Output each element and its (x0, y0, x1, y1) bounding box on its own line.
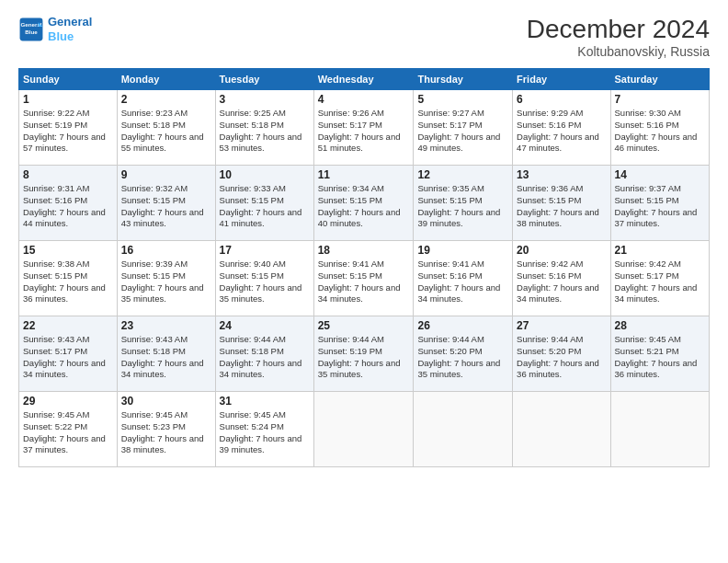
calendar-week-row: 1 Sunrise: 9:22 AM Sunset: 5:19 PM Dayli… (19, 90, 710, 166)
col-friday: Friday (513, 69, 610, 90)
day-number: 19 (417, 244, 508, 257)
header-row: Sunday Monday Tuesday Wednesday Thursday… (19, 69, 710, 90)
day-number: 6 (517, 93, 606, 106)
calendar-table: Sunday Monday Tuesday Wednesday Thursday… (18, 68, 710, 467)
table-row: 16 Sunrise: 9:39 AM Sunset: 5:15 PM Dayl… (117, 241, 215, 316)
day-info: Sunrise: 9:41 AM Sunset: 5:15 PM Dayligh… (318, 259, 410, 305)
calendar-week-row: 29 Sunrise: 9:45 AM Sunset: 5:22 PM Dayl… (19, 392, 710, 467)
day-number: 22 (23, 319, 113, 332)
day-info: Sunrise: 9:44 AM Sunset: 5:18 PM Dayligh… (220, 334, 310, 381)
day-number: 29 (23, 395, 113, 408)
table-row: 2 Sunrise: 9:23 AM Sunset: 5:18 PM Dayli… (117, 90, 215, 166)
day-info: Sunrise: 9:31 AM Sunset: 5:16 PM Dayligh… (23, 183, 113, 230)
day-info: Sunrise: 9:22 AM Sunset: 5:19 PM Dayligh… (23, 108, 113, 155)
day-number: 4 (318, 93, 410, 106)
day-number: 9 (121, 168, 211, 181)
day-number: 7 (615, 93, 705, 106)
table-row: 11 Sunrise: 9:34 AM Sunset: 5:15 PM Dayl… (313, 166, 414, 241)
svg-text:Blue: Blue (25, 28, 38, 34)
logo: General Blue General Blue (18, 15, 92, 43)
col-tuesday: Tuesday (215, 69, 313, 90)
table-row: 23 Sunrise: 9:43 AM Sunset: 5:18 PM Dayl… (117, 316, 215, 392)
table-row: 22 Sunrise: 9:43 AM Sunset: 5:17 PM Dayl… (19, 316, 118, 392)
day-info: Sunrise: 9:29 AM Sunset: 5:16 PM Dayligh… (517, 108, 606, 155)
title-block: December 2024 Koltubanovskiy, Russia (527, 15, 710, 59)
table-row: 7 Sunrise: 9:30 AM Sunset: 5:16 PM Dayli… (610, 90, 709, 166)
table-row: 6 Sunrise: 9:29 AM Sunset: 5:16 PM Dayli… (513, 90, 610, 166)
day-info: Sunrise: 9:45 AM Sunset: 5:23 PM Dayligh… (121, 409, 211, 456)
table-row: 25 Sunrise: 9:44 AM Sunset: 5:19 PM Dayl… (313, 316, 414, 392)
table-row: 5 Sunrise: 9:27 AM Sunset: 5:17 PM Dayli… (414, 90, 513, 166)
table-row: 29 Sunrise: 9:45 AM Sunset: 5:22 PM Dayl… (19, 392, 118, 467)
day-info: Sunrise: 9:35 AM Sunset: 5:15 PM Dayligh… (417, 183, 508, 230)
day-info: Sunrise: 9:45 AM Sunset: 5:22 PM Dayligh… (23, 409, 113, 456)
day-number: 18 (318, 244, 410, 257)
location: Koltubanovskiy, Russia (527, 44, 710, 59)
table-row: 13 Sunrise: 9:36 AM Sunset: 5:15 PM Dayl… (513, 166, 610, 241)
table-row: 9 Sunrise: 9:32 AM Sunset: 5:15 PM Dayli… (117, 166, 215, 241)
col-saturday: Saturday (610, 69, 709, 90)
calendar-week-row: 8 Sunrise: 9:31 AM Sunset: 5:16 PM Dayli… (19, 166, 710, 241)
calendar-page: General Blue General Blue December 2024 … (0, 0, 728, 563)
day-info: Sunrise: 9:30 AM Sunset: 5:16 PM Dayligh… (615, 108, 705, 155)
table-row: 18 Sunrise: 9:41 AM Sunset: 5:15 PM Dayl… (313, 241, 414, 316)
day-number: 10 (220, 168, 310, 181)
day-info: Sunrise: 9:43 AM Sunset: 5:17 PM Dayligh… (23, 334, 113, 381)
table-row (610, 392, 709, 467)
table-row: 20 Sunrise: 9:42 AM Sunset: 5:16 PM Dayl… (513, 241, 610, 316)
day-number: 11 (318, 168, 410, 181)
day-info: Sunrise: 9:23 AM Sunset: 5:18 PM Dayligh… (121, 108, 211, 155)
day-info: Sunrise: 9:39 AM Sunset: 5:15 PM Dayligh… (121, 259, 211, 305)
table-row: 28 Sunrise: 9:45 AM Sunset: 5:21 PM Dayl… (610, 316, 709, 392)
table-row: 30 Sunrise: 9:45 AM Sunset: 5:23 PM Dayl… (117, 392, 215, 467)
logo-text: General Blue (48, 15, 92, 43)
day-number: 25 (318, 319, 410, 332)
day-info: Sunrise: 9:44 AM Sunset: 5:20 PM Dayligh… (417, 334, 508, 381)
day-info: Sunrise: 9:42 AM Sunset: 5:17 PM Dayligh… (615, 259, 705, 305)
col-monday: Monday (117, 69, 215, 90)
day-info: Sunrise: 9:44 AM Sunset: 5:20 PM Dayligh… (517, 334, 606, 381)
table-row: 21 Sunrise: 9:42 AM Sunset: 5:17 PM Dayl… (610, 241, 709, 316)
day-number: 2 (121, 93, 211, 106)
table-row: 4 Sunrise: 9:26 AM Sunset: 5:17 PM Dayli… (313, 90, 414, 166)
day-info: Sunrise: 9:27 AM Sunset: 5:17 PM Dayligh… (417, 108, 508, 155)
table-row (513, 392, 610, 467)
day-info: Sunrise: 9:38 AM Sunset: 5:15 PM Dayligh… (23, 259, 113, 305)
col-wednesday: Wednesday (313, 69, 414, 90)
day-info: Sunrise: 9:25 AM Sunset: 5:18 PM Dayligh… (220, 108, 310, 155)
day-info: Sunrise: 9:37 AM Sunset: 5:15 PM Dayligh… (615, 183, 705, 230)
day-number: 12 (417, 168, 508, 181)
table-row (313, 392, 414, 467)
calendar-week-row: 15 Sunrise: 9:38 AM Sunset: 5:15 PM Dayl… (19, 241, 710, 316)
day-number: 20 (517, 244, 606, 257)
day-number: 17 (220, 244, 310, 257)
day-number: 26 (417, 319, 508, 332)
day-number: 30 (121, 395, 211, 408)
table-row: 19 Sunrise: 9:41 AM Sunset: 5:16 PM Dayl… (414, 241, 513, 316)
day-number: 24 (220, 319, 310, 332)
day-number: 5 (417, 93, 508, 106)
day-info: Sunrise: 9:45 AM Sunset: 5:24 PM Dayligh… (220, 409, 310, 456)
day-info: Sunrise: 9:43 AM Sunset: 5:18 PM Dayligh… (121, 334, 211, 381)
day-number: 3 (220, 93, 310, 106)
table-row: 27 Sunrise: 9:44 AM Sunset: 5:20 PM Dayl… (513, 316, 610, 392)
table-row: 3 Sunrise: 9:25 AM Sunset: 5:18 PM Dayli… (215, 90, 313, 166)
calendar-week-row: 22 Sunrise: 9:43 AM Sunset: 5:17 PM Dayl… (19, 316, 710, 392)
table-row (414, 392, 513, 467)
day-info: Sunrise: 9:32 AM Sunset: 5:15 PM Dayligh… (121, 183, 211, 230)
day-info: Sunrise: 9:36 AM Sunset: 5:15 PM Dayligh… (517, 183, 606, 230)
table-row: 8 Sunrise: 9:31 AM Sunset: 5:16 PM Dayli… (19, 166, 118, 241)
day-number: 15 (23, 244, 113, 257)
header: General Blue General Blue December 2024 … (18, 15, 710, 59)
day-number: 16 (121, 244, 211, 257)
table-row: 14 Sunrise: 9:37 AM Sunset: 5:15 PM Dayl… (610, 166, 709, 241)
day-number: 27 (517, 319, 606, 332)
table-row: 31 Sunrise: 9:45 AM Sunset: 5:24 PM Dayl… (215, 392, 313, 467)
table-row: 10 Sunrise: 9:33 AM Sunset: 5:15 PM Dayl… (215, 166, 313, 241)
day-number: 31 (220, 395, 310, 408)
day-info: Sunrise: 9:40 AM Sunset: 5:15 PM Dayligh… (220, 259, 310, 305)
day-info: Sunrise: 9:33 AM Sunset: 5:15 PM Dayligh… (220, 183, 310, 230)
day-info: Sunrise: 9:44 AM Sunset: 5:19 PM Dayligh… (318, 334, 410, 381)
table-row: 15 Sunrise: 9:38 AM Sunset: 5:15 PM Dayl… (19, 241, 118, 316)
day-number: 8 (23, 168, 113, 181)
